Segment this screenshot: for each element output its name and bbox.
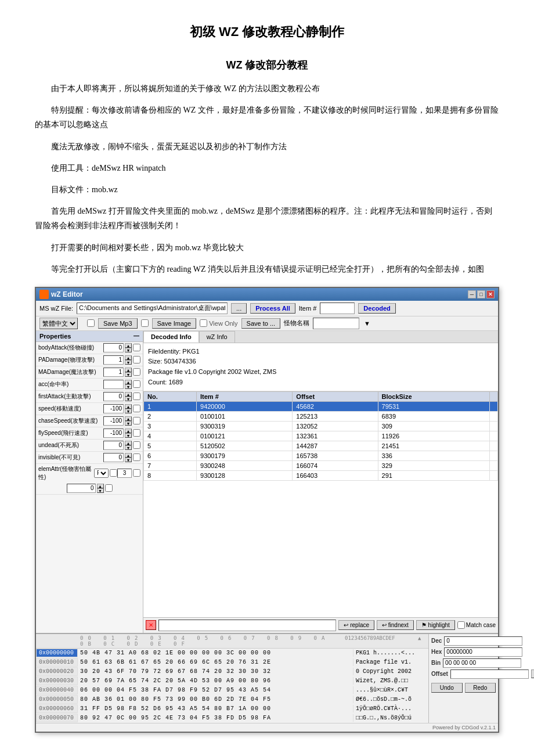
prop-check-speed[interactable] — [133, 405, 140, 412]
tab-wz-info[interactable]: wZ Info — [199, 331, 235, 343]
spin-up-fly-speed[interactable]: ▲ — [125, 429, 132, 433]
spin-up-undead[interactable]: ▲ — [125, 441, 132, 445]
paragraph-8: 等完全打开以后（主窗口下方的 reading WZ 消失以后并且没有错误提示证明… — [35, 262, 499, 276]
paragraph-3: 魔法无敌修改，闹钟不缩头，蛋蛋无延迟以及初步的补丁制作方法 — [35, 139, 499, 154]
prop-input-speed[interactable] — [103, 404, 124, 413]
hex-value-input[interactable] — [444, 647, 522, 657]
replace-button[interactable]: ✕ — [146, 620, 156, 630]
spin-up-invisible[interactable]: ▲ — [125, 453, 132, 458]
undo-button[interactable]: Undo — [431, 683, 463, 693]
dec-input[interactable] — [444, 636, 522, 646]
table-row[interactable]: 4 0100121 132361 11926 — [144, 431, 498, 441]
spin-up-acc[interactable]: ▲ — [125, 380, 132, 384]
prop-check-undead[interactable] — [133, 441, 140, 449]
prop-zero-input[interactable] — [67, 484, 96, 493]
language-select[interactable]: 繁體中文 — [39, 318, 78, 329]
save-image-button[interactable]: Save Image — [152, 318, 197, 329]
prop-check-chase-speed[interactable] — [133, 417, 140, 424]
table-row[interactable]: 3 9300319 132052 309 — [144, 422, 498, 431]
prop-input-ma-damage[interactable] — [103, 368, 124, 377]
prop-zero-checkbox[interactable] — [105, 484, 113, 492]
view-only-checkbox[interactable] — [200, 319, 207, 327]
prop-input-undead[interactable] — [103, 441, 124, 450]
file-path-input[interactable] — [77, 303, 228, 314]
save-to-button[interactable]: Save to ... — [241, 318, 281, 329]
spin-down-speed[interactable]: ▼ — [125, 409, 132, 413]
spin-down-invisible[interactable]: ▼ — [125, 458, 132, 462]
item-table-wrap[interactable]: No. Item # Offset BlockSize 1 9420000 45… — [143, 391, 498, 617]
hex-row[interactable]: 0x0000002030 20 43 6F 70 79 72 69 67 68 … — [36, 667, 428, 676]
prop-input-first-attack[interactable] — [103, 392, 124, 401]
spin-down-ma-damage[interactable]: ▼ — [125, 372, 132, 377]
elem-attr-num[interactable] — [117, 469, 132, 478]
prop-check-first-attack[interactable] — [133, 393, 140, 400]
spin-down-first-attack[interactable]: ▼ — [125, 397, 132, 401]
elem-attr-num-checkbox[interactable] — [133, 469, 140, 477]
prop-check-pa-damage[interactable] — [133, 356, 140, 363]
prop-input-acc[interactable] — [103, 380, 124, 389]
table-row[interactable]: 8 9300128 166403 291 — [144, 471, 498, 481]
spin-down-undead[interactable]: ▼ — [125, 445, 132, 450]
highlight-button[interactable]: ⚑ highlight — [416, 620, 455, 630]
elem-attr-select[interactable]: F — [94, 469, 109, 478]
prop-check-ma-damage[interactable] — [133, 368, 140, 376]
maximize-button[interactable]: □ — [477, 290, 485, 298]
table-row[interactable]: 6 9300179 165738 336 — [144, 451, 498, 461]
minimize-button[interactable]: ─ — [468, 290, 476, 298]
prop-input-fly-speed[interactable] — [103, 429, 124, 438]
spin-up-ma-damage[interactable]: ▲ — [125, 368, 132, 372]
spin-up-speed[interactable]: ▲ — [125, 404, 132, 409]
spin-down-chase-speed[interactable]: ▼ — [125, 421, 132, 426]
tab-decoded-info[interactable]: Decoded Info — [143, 331, 199, 343]
table-row[interactable]: 5 5120502 144287 21451 — [144, 441, 498, 451]
monster-name-input[interactable] — [313, 318, 359, 329]
page-title: 初级 WZ 修改教程心静制作 — [35, 23, 499, 41]
prop-input-body-attack[interactable] — [103, 343, 124, 352]
spin-down-zero[interactable]: ▼ — [97, 488, 104, 493]
spin-up-pa-damage[interactable]: ▲ — [125, 355, 132, 360]
prop-input-pa-damage[interactable] — [103, 355, 124, 365]
offset-input[interactable] — [450, 669, 529, 679]
spin-up-first-attack[interactable]: ▲ — [125, 392, 132, 397]
prop-check-body-attack[interactable] — [133, 344, 140, 351]
spin-down-acc[interactable]: ▼ — [125, 384, 132, 389]
hex-row[interactable]: 0x0000001050 61 63 6B 61 67 65 20 66 69 … — [36, 658, 428, 667]
hex-row[interactable]: 0x0000007080 92 47 0C 00 95 2C 4E 73 04 … — [36, 714, 428, 722]
hex-row[interactable]: 0x0000004006 00 00 04 F5 38 FA D7 98 F9 … — [36, 686, 428, 694]
search-input[interactable] — [158, 620, 336, 631]
save-mp3-button[interactable]: Save Mp3 — [98, 318, 138, 329]
prop-check-fly-speed[interactable] — [133, 429, 140, 437]
spin-up-chase-speed[interactable]: ▲ — [125, 416, 132, 421]
spin-down-pa-damage[interactable]: ▼ — [125, 360, 132, 365]
hex-row[interactable]: 0x0000006031 FF D5 98 F8 52 D6 95 43 A5 … — [36, 704, 428, 713]
match-case-checkbox[interactable] — [457, 621, 465, 629]
replace-text-button[interactable]: ↩ replace — [338, 620, 374, 630]
save-image-checkbox[interactable] — [141, 319, 149, 327]
table-row[interactable]: 2 0100101 125213 6839 — [144, 412, 498, 422]
prop-input-invisible[interactable] — [103, 453, 124, 462]
item-number-input[interactable] — [320, 303, 355, 314]
close-button[interactable]: ✕ — [486, 290, 495, 298]
table-row[interactable]: 1 9420000 45682 79531 — [144, 402, 498, 412]
prop-check-invisible[interactable] — [133, 453, 140, 461]
table-row[interactable]: 7 9300248 166074 329 — [144, 461, 498, 471]
process-all-button[interactable]: Process All — [250, 303, 295, 314]
spin-up-body-attack[interactable]: ▲ — [125, 343, 132, 348]
replace-icon: ↩ — [344, 622, 348, 628]
bin-input[interactable] — [443, 658, 521, 668]
file-browse-button[interactable]: ... — [231, 303, 247, 314]
elem-attr-checkbox[interactable] — [110, 469, 117, 477]
hex-row[interactable]: 0x0000000050 4B 47 31 A0 68 02 1E 00 00 … — [36, 649, 428, 657]
hex-row[interactable]: 0x0000003020 57 69 7A 65 74 2C 20 5A 4D … — [36, 676, 428, 685]
hex-row[interactable]: 0x0000005080 AB 36 01 00 80 F5 73 99 00 … — [36, 695, 428, 704]
go-button[interactable]: Go — [531, 669, 534, 678]
find-next-button[interactable]: ↩ findnext — [377, 620, 414, 630]
spin-up-zero[interactable]: ▲ — [97, 484, 104, 488]
spin-down-body-attack[interactable]: ▼ — [125, 348, 132, 352]
redo-button[interactable]: Redo — [465, 683, 496, 693]
prop-input-chase-speed[interactable] — [103, 416, 124, 426]
save-mp3-checkbox[interactable] — [87, 319, 95, 327]
decoded-button[interactable]: Decoded — [358, 303, 395, 314]
spin-down-fly-speed[interactable]: ▼ — [125, 433, 132, 438]
prop-check-acc[interactable] — [133, 380, 140, 388]
